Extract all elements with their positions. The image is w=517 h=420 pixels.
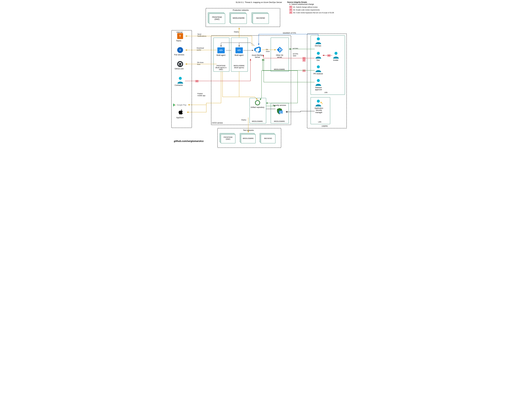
legend-item: A1A1. Submit change without review — [289, 6, 334, 8]
artifact-zone-label: MIDDLEWARE — [252, 120, 263, 122]
legend-text: A1. Submit change without review — [293, 6, 318, 8]
tier-label: BACKEND — [253, 17, 269, 19]
contractor-label: Contractor — [175, 84, 183, 86]
prod-frontend: FRONTEND (DMZ) — [209, 14, 225, 24]
appsec-label: Application security manager — [314, 107, 324, 113]
diagram-canvas: SLSA 0.1. Threat A: mapping on Azure Dev… — [168, 0, 349, 150]
artifact-zone — [250, 98, 266, 124]
release-label: Release approver — [315, 87, 322, 91]
prrev-label: PR rewiever — [313, 73, 323, 75]
test-middleware: MIDDLEWARE — [241, 134, 256, 143]
othergit-zone-label: MIDDLEWARE — [274, 68, 285, 70]
zone-cicd-label: CI/CD service — [212, 122, 223, 124]
legend: Source integrity threats A. Submit unaut… — [287, 1, 334, 14]
github-label: Github.com — [175, 68, 184, 70]
build-agent-label: Build agent — [235, 54, 244, 56]
build-agent-icon: </> — [236, 47, 243, 53]
threat-badge-a3: A3 — [303, 70, 306, 72]
test-frontend: FRONTEND (DMZ) — [221, 134, 236, 143]
build-agent-label: Build agent — [217, 54, 225, 56]
zone-users-label: USERS — [322, 125, 328, 127]
edge-gitclone-from: Git clone from — [197, 61, 204, 65]
dev-label: Dev — [317, 59, 320, 61]
threat-badge-a1: A1 — [303, 57, 306, 59]
othergit-label: Other Git server — [274, 54, 285, 59]
zone-production-label: Production networks — [233, 9, 249, 11]
legend-item: A3A3. Code review bypasses that are out … — [289, 11, 334, 14]
edge-sshrdp: SSH/RDP, HTTPS — [283, 32, 296, 34]
edge-deploy-down: Deploy — [241, 119, 246, 121]
pub-services-label: Pub services — [174, 54, 185, 56]
devops-label: DevOps — [315, 45, 321, 47]
edge-gitclone: Git clone — [266, 49, 270, 52]
legend-item: A2A2. Evade code review requirements — [289, 9, 334, 11]
zone-lan-label: LAN — [324, 91, 327, 93]
threat-badge: A1 — [289, 6, 292, 8]
edge-https-ssh: HTTPS SSH — [293, 53, 298, 57]
teams-label: Teams — [176, 40, 181, 42]
legend-sub: A. Submit unauthorized change — [289, 3, 334, 5]
diagram-title: SLSA 0.1. Threat A: mapping on Azure Dev… — [236, 1, 282, 3]
attribution-text: github.com/sergiomarotco — [174, 140, 204, 142]
google-play-label: Google Play — [177, 104, 186, 106]
threat-badge-a3: A3 — [195, 80, 199, 82]
edge-publish: Publish mobile app — [198, 93, 206, 97]
build-agent-icon: </> — [217, 47, 225, 53]
threat-badge-a2: A2 — [327, 54, 331, 57]
threat-badge: A3 — [289, 11, 292, 14]
github-icon — [177, 61, 183, 67]
zone-lan-top — [310, 35, 345, 95]
edge-https: HTTPS — [293, 48, 298, 50]
tier-label: FRONTEND (DMZ) — [221, 136, 236, 140]
legend-heading: Source integrity threats — [287, 1, 334, 3]
tier-label: MIDDLEWARE — [231, 17, 247, 19]
tier-label: BACKEND — [261, 137, 275, 139]
test-backend: BACKEND — [261, 134, 275, 143]
prod-middleware: MIDDLEWARE — [231, 14, 247, 24]
threat-badge: A2 — [289, 9, 292, 11]
artifact-label: Artifact repository — [251, 106, 265, 108]
edge-deploy-up: Deploy — [234, 31, 239, 33]
zone-internet — [171, 30, 192, 128]
teams-icon: T — [177, 33, 183, 39]
security-zone-label: MIDDLEWARE — [274, 120, 285, 122]
edge-send-notif: Send Notifications — [198, 33, 206, 37]
tier-label: FRONTEND (DMZ) — [209, 16, 225, 21]
azdo-label: Azure DevOps Server — [250, 54, 265, 59]
threat-badge-a2: A2 — [303, 59, 306, 61]
appstore-label: AppStore — [176, 117, 184, 119]
insider-label: Insider — [333, 59, 339, 61]
zone-test-label: Test networks — [243, 129, 254, 131]
prod-backend: BACKEND — [253, 14, 269, 24]
edge-download: Download useful — [197, 47, 204, 51]
tier-label: MIDDLEWARE — [241, 137, 256, 139]
zone-lan2-label: LAN — [318, 121, 321, 123]
pub-services-icon: ✦ — [177, 47, 183, 53]
legend-text: A2. Evade code review requirements — [293, 9, 320, 11]
frontend-build-label: FRONTEND (Build agents in DMZ) — [214, 65, 229, 71]
security-label: Security services — [272, 104, 287, 106]
middleware-build-label: MIDDLEWARE (Build agents) — [232, 65, 247, 69]
legend-text: A3. Code review bypasses that are out of… — [293, 12, 334, 14]
